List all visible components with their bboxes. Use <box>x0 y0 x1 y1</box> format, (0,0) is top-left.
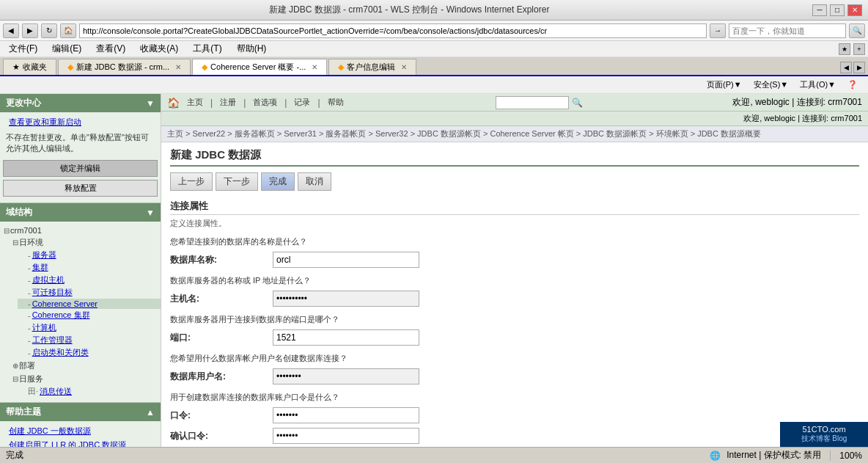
tree-migrate[interactable]: - 可迁移目标 <box>18 286 161 299</box>
watermark: 51CTO.com 技术博客 Blog <box>780 422 868 447</box>
tree-messaging-link[interactable]: 消息传送 <box>40 386 72 397</box>
tree-coherence-cluster[interactable]: - Coherence 集群 <box>18 309 161 321</box>
tree-computers[interactable]: - 计算机 <box>18 321 161 334</box>
tree-computers-link[interactable]: 计算机 <box>32 322 56 333</box>
prev-button-top[interactable]: 上一步 <box>170 172 213 191</box>
password-input[interactable] <box>273 407 419 423</box>
nav-records[interactable]: 记录 <box>291 95 313 109</box>
tab-jdbc[interactable]: ◆ 新建 JDBC 数据源 - crm... ✕ <box>58 59 191 75</box>
menu-file[interactable]: 文件(F) <box>3 41 43 56</box>
ie-tool-help[interactable]: ❓ <box>843 79 862 91</box>
tab-coherence[interactable]: ◆ Coherence Server 概要 -... ✕ <box>192 59 327 75</box>
confirm-password-row: 确认口令: <box>170 428 859 444</box>
watermark-line2: 技术博客 Blog <box>786 434 862 444</box>
tab-scroll-left[interactable]: ◀ <box>840 62 852 73</box>
nav-register[interactable]: 注册 <box>217 95 239 109</box>
header-combined: 🏠 主页 | 注册 | 首选项 | 记录 | 帮助 🔍 欢迎, weblogic… <box>161 94 868 112</box>
close-button[interactable]: ✕ <box>847 4 862 16</box>
release-config-button[interactable]: 释放配置 <box>3 180 158 197</box>
help-link-1[interactable]: 创建 JDBC 一般数据源 <box>0 424 161 438</box>
tree-servers[interactable]: - 服务器 <box>18 249 161 261</box>
tree-env: ⊟ 日环境 - 服务器 <box>9 236 161 360</box>
question1: 您希望连接到的数据库的名称是什么？ <box>170 236 859 247</box>
help-header[interactable]: 帮助主题 ▲ <box>0 403 161 421</box>
tree-root-item[interactable]: ⊟ crm7001 <box>0 225 161 236</box>
menu-help[interactable]: 帮助(H) <box>231 41 273 56</box>
question5: 用于创建数据库连接的数据库账户口令是什么？ <box>170 392 859 403</box>
maximize-button[interactable]: □ <box>830 4 845 16</box>
tree-coherence-server[interactable]: - Coherence Server <box>18 299 161 309</box>
domain-content: ⊟ crm7001 ⊟ 日环境 - <box>0 222 161 402</box>
status-zoom: 100% <box>839 451 862 461</box>
domain-collapse-icon: ▼ <box>146 208 155 218</box>
tree-coherence-cluster-link[interactable]: Coherence 集群 <box>32 310 90 321</box>
tab-customer[interactable]: ◆ 客户信息编辑 ✕ <box>328 59 416 75</box>
port-input[interactable] <box>273 329 419 346</box>
tree-env-children: - 服务器 - 集群 - <box>18 249 161 359</box>
forward-button[interactable]: ▶ <box>22 23 38 38</box>
confirm-password-input[interactable] <box>273 428 419 444</box>
home-icon: 🏠 <box>167 97 180 109</box>
cancel-button-top[interactable]: 取消 <box>298 172 331 191</box>
window-controls: ─ □ ✕ <box>812 4 862 16</box>
view-changes-link[interactable]: 查看更改和重新启动 <box>0 115 161 129</box>
tree-servers-link[interactable]: 服务器 <box>32 249 56 260</box>
address-input[interactable] <box>79 23 707 38</box>
change-center-header[interactable]: 更改中心 ▼ <box>0 94 161 112</box>
help-title: 帮助主题 <box>6 406 41 418</box>
nav-preferences[interactable]: 首选项 <box>250 95 280 109</box>
tree-messaging[interactable]: 田· 消息传送 <box>18 385 161 398</box>
ie-tool-page[interactable]: 页面(P)▼ <box>702 78 746 92</box>
tree-work-manager[interactable]: - 工作管理器 <box>18 334 161 346</box>
minimize-button[interactable]: ─ <box>812 4 827 16</box>
go-button[interactable]: → <box>710 23 726 38</box>
tree-services: ⊟ 日服务 田· 消息传送 <box>9 372 161 398</box>
back-button[interactable]: ◀ <box>3 23 19 38</box>
next-button-top[interactable]: 下一步 <box>216 172 258 191</box>
db-name-input[interactable] <box>273 252 419 268</box>
tree-cluster[interactable]: - 集群 <box>18 261 161 274</box>
search-go-button[interactable]: 🔍 <box>849 23 865 38</box>
db-user-input[interactable] <box>273 368 419 384</box>
menu-tools[interactable]: 工具(T) <box>187 41 227 56</box>
tree-work-manager-link[interactable]: 工作管理器 <box>32 335 73 346</box>
menu-view[interactable]: 查看(V) <box>90 41 131 56</box>
tab-coherence-close[interactable]: ✕ <box>312 63 317 71</box>
refresh-button[interactable]: ↻ <box>41 23 57 38</box>
tab-favorites[interactable]: ★ 收藏夹 <box>3 59 56 75</box>
search-icon[interactable]: 🔍 <box>572 98 583 108</box>
tree-root-expander: ⊟ <box>3 227 10 235</box>
tab-customer-close[interactable]: ✕ <box>401 63 407 71</box>
nav-home[interactable]: 主页 <box>184 95 206 109</box>
finish-button-top[interactable]: 完成 <box>261 172 295 191</box>
tree-coherence-server-link[interactable]: Coherence Server <box>32 299 98 308</box>
tree-migrate-link[interactable]: 可迁移目标 <box>32 287 73 298</box>
search-input[interactable] <box>729 23 846 38</box>
add-tab-button[interactable]: + <box>853 43 865 55</box>
tree-deploy[interactable]: ⊕ 部署 <box>9 360 161 372</box>
tree-env-item[interactable]: ⊟ 日环境 <box>9 236 161 249</box>
breadcrumb-text: 主页 > Server22 > 服务器帐页 > Server31 > 服务器帐页… <box>167 129 761 138</box>
favorites-star-icon[interactable]: ★ <box>839 43 850 55</box>
host-name-input[interactable] <box>273 291 419 307</box>
tree-cluster-link[interactable]: 集群 <box>32 262 48 273</box>
menu-favorites[interactable]: 收藏夹(A) <box>134 41 184 56</box>
tab-jdbc-close[interactable]: ✕ <box>175 63 181 71</box>
tab-scroll-right[interactable]: ▶ <box>853 62 865 73</box>
password-row: 口令: <box>170 407 859 423</box>
tree-services-item[interactable]: ⊟ 日服务 <box>9 373 161 385</box>
menu-edit[interactable]: 编辑(E) <box>46 41 87 56</box>
tree-startup-link[interactable]: 启动类和关闭类 <box>32 347 89 358</box>
port-label: 端口: <box>170 332 273 344</box>
tree-vhost-link[interactable]: 虚拟主机 <box>32 274 65 285</box>
content-search-input[interactable] <box>496 96 569 109</box>
home-button[interactable]: 🏠 <box>60 23 76 38</box>
nav-help[interactable]: 帮助 <box>325 95 347 109</box>
tree-vhost[interactable]: - 虚拟主机 <box>18 274 161 286</box>
tree-startup[interactable]: - 启动类和关闭类 <box>18 346 161 359</box>
ie-tool-security[interactable]: 安全(S)▼ <box>749 78 793 92</box>
top-action-buttons: 上一步 下一步 完成 取消 <box>170 172 859 191</box>
ie-tool-tools[interactable]: 工具(O)▼ <box>795 78 840 92</box>
domain-header[interactable]: 域结构 ▼ <box>0 203 161 222</box>
lock-edit-button[interactable]: 锁定并编辑 <box>3 160 158 177</box>
